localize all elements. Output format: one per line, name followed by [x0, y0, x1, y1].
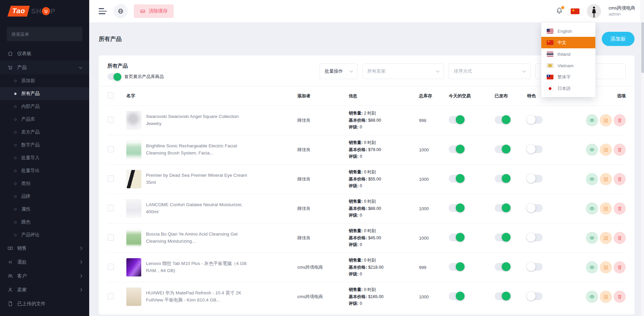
select-all-checkbox[interactable] — [107, 92, 114, 99]
sidebar-item-customers[interactable]: 客户 — [0, 269, 89, 283]
scrollbar-thumb[interactable] — [641, 22, 644, 73]
row-checkbox[interactable] — [107, 293, 114, 299]
language-menu-item[interactable]: 中文 — [541, 37, 595, 48]
published-toggle[interactable] — [495, 292, 510, 300]
sidebar-subitem[interactable]: 数字产品 — [0, 139, 89, 151]
todays-deal-toggle[interactable] — [449, 116, 464, 124]
view-button[interactable] — [586, 144, 598, 156]
product-name-link[interactable]: LANCOME Confort Galatee Neutral Moisturi… — [146, 201, 247, 216]
published-toggle[interactable] — [495, 263, 510, 271]
sidebar-item-sales[interactable]: 销售 — [0, 241, 89, 255]
homepage-library-toggle[interactable] — [107, 73, 121, 80]
delete-button[interactable] — [614, 144, 626, 156]
product-thumbnail[interactable] — [126, 229, 141, 247]
sidebar-subitem[interactable]: 所有产品 — [0, 87, 89, 100]
globe-button[interactable] — [114, 4, 128, 18]
delete-button[interactable] — [614, 261, 626, 273]
edit-button[interactable] — [600, 232, 612, 244]
todays-deal-toggle[interactable] — [449, 175, 464, 183]
row-checkbox[interactable] — [107, 175, 114, 182]
published-toggle[interactable] — [495, 175, 510, 183]
hamburger-menu-icon[interactable] — [98, 7, 107, 16]
published-toggle[interactable] — [495, 116, 510, 124]
edit-button[interactable] — [600, 261, 612, 273]
published-toggle[interactable] — [495, 204, 510, 212]
sidebar-item-refunds[interactable]: 退款 — [0, 255, 89, 269]
row-checkbox[interactable] — [107, 117, 114, 123]
language-menu-item[interactable]: thiland — [541, 48, 595, 60]
sidebar-subitem[interactable]: 卖方产品 — [0, 126, 89, 139]
page-scrollbar[interactable] — [641, 0, 644, 316]
sidebar-subitem[interactable]: 品牌 — [0, 190, 89, 203]
language-menu-item[interactable]: English — [541, 25, 595, 37]
sort-select[interactable]: 排序方式 — [449, 64, 530, 79]
delete-button[interactable] — [614, 291, 626, 303]
product-name-link[interactable]: Brightline Sonic Rechargeable Electric F… — [146, 143, 247, 157]
featured-toggle[interactable] — [527, 263, 543, 271]
view-button[interactable] — [586, 232, 598, 244]
view-button[interactable] — [586, 291, 598, 303]
product-thumbnail[interactable] — [126, 288, 141, 306]
brand-logo[interactable]: Tao SH P — [0, 0, 89, 22]
notifications-button[interactable] — [555, 7, 563, 16]
product-name-link[interactable]: Premier by Dead Sea Premier Mineral Eye … — [146, 172, 247, 186]
user-meta[interactable]: cms跨境电商 admin — [609, 5, 635, 17]
sidebar-item-uploaded-files[interactable]: 已上传的文件 — [0, 297, 89, 311]
sidebar-subitem[interactable]: 批量导出 — [0, 164, 89, 177]
todays-deal-toggle[interactable] — [449, 292, 464, 300]
sidebar-subitem[interactable]: 添加新 — [0, 74, 89, 87]
delete-button[interactable] — [614, 173, 626, 185]
sidebar-item-dashboard[interactable]: 仪表板 — [0, 47, 89, 60]
sidebar-item-products[interactable]: 产品 — [0, 60, 89, 74]
row-checkbox[interactable] — [107, 146, 114, 152]
edit-button[interactable] — [600, 114, 612, 126]
todays-deal-toggle[interactable] — [449, 234, 464, 241]
product-name-link[interactable]: Swarovski Swarovski Angel Square Collect… — [146, 113, 247, 127]
product-name-link[interactable]: HUAWEI 华为 MatePad Refresh - 10.4 英寸 2K F… — [146, 290, 247, 304]
featured-toggle[interactable] — [527, 234, 543, 241]
product-thumbnail[interactable] — [126, 170, 141, 188]
row-checkbox[interactable] — [107, 205, 114, 211]
sidebar-item-sellers[interactable]: 卖家 — [0, 283, 89, 297]
featured-toggle[interactable] — [527, 204, 543, 212]
product-thumbnail[interactable] — [126, 258, 141, 276]
view-button[interactable] — [586, 202, 598, 215]
row-checkbox[interactable] — [107, 234, 114, 241]
edit-button[interactable] — [600, 202, 612, 215]
view-button[interactable] — [586, 261, 598, 273]
todays-deal-toggle[interactable] — [449, 145, 464, 153]
todays-deal-toggle[interactable] — [449, 204, 464, 212]
row-checkbox[interactable] — [107, 264, 114, 270]
current-language-flag-icon[interactable] — [571, 8, 579, 14]
sidebar-subitem[interactable]: 颜色 — [0, 216, 89, 228]
featured-toggle[interactable] — [527, 145, 543, 153]
product-name-link[interactable]: Lenovo 聯想 Tab M10 Plus - 灰色平板電腦（4 GB RAM… — [146, 260, 247, 274]
language-menu-item[interactable]: 日本語 — [541, 83, 595, 94]
delete-button[interactable] — [614, 114, 626, 126]
featured-toggle[interactable] — [527, 116, 543, 124]
avatar[interactable] — [587, 4, 601, 18]
product-name-link[interactable]: Boscia Bo Qian Ye Amino Acid Cleansing G… — [146, 231, 247, 245]
add-new-button[interactable]: 添加新 — [602, 32, 635, 46]
language-menu-item[interactable]: 繁体字 — [541, 71, 595, 83]
clear-cache-button[interactable]: 清除缓存 — [134, 4, 174, 18]
featured-toggle[interactable] — [527, 292, 543, 300]
sidebar-subitem[interactable]: 批量导入 — [0, 151, 89, 164]
product-thumbnail[interactable] — [126, 111, 141, 129]
featured-toggle[interactable] — [527, 175, 543, 183]
view-button[interactable] — [586, 114, 598, 126]
sidebar-subitem[interactable]: 类别 — [0, 177, 89, 190]
product-thumbnail[interactable] — [126, 141, 141, 159]
language-menu-item[interactable]: Vietnam — [541, 60, 595, 71]
edit-button[interactable] — [600, 173, 612, 185]
view-button[interactable] — [586, 173, 598, 185]
product-thumbnail[interactable] — [126, 199, 141, 218]
edit-button[interactable] — [600, 144, 612, 156]
delete-button[interactable] — [614, 232, 626, 244]
sidebar-search-input[interactable] — [7, 27, 82, 41]
sidebar-subitem[interactable]: 属性 — [0, 203, 89, 216]
sidebar-subitem[interactable]: 产品库 — [0, 113, 89, 126]
published-toggle[interactable] — [495, 234, 510, 241]
seller-filter-select[interactable]: 所有卖家 — [362, 64, 444, 79]
bulk-actions-dropdown[interactable]: 批量操作 — [320, 64, 357, 79]
